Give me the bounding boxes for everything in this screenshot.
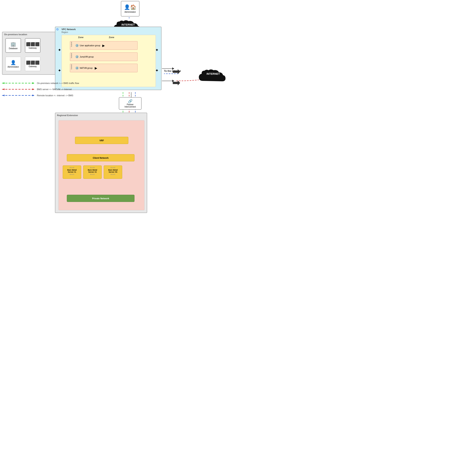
legend-item-red: BMS server <– NATVM –> Internet (2, 88, 79, 91)
administrator-top-label: Administator (125, 11, 136, 13)
svg-marker-29 (32, 89, 34, 90)
bms2-bond1: Bond1 (84, 174, 101, 175)
natvm-arrow: ▶ (95, 66, 97, 70)
bms2-bond0: Bond0 (84, 167, 101, 168)
gateway-bottom-label: Gateway (29, 65, 37, 68)
legend-line-red (2, 88, 35, 91)
jumpvm-icon: ⚙️ (75, 55, 79, 58)
gateway-bottom-node: ⬛⬛⬛ Gateway (25, 57, 40, 71)
partner-interconnect-icon: 🔗 (128, 99, 133, 103)
natvm-label: NATVM group (80, 67, 93, 69)
bms1-bond0: Bond0 (63, 167, 80, 168)
svg-marker-26 (32, 82, 34, 84)
svg-marker-32 (32, 95, 34, 96)
zone1-label: Zone (78, 36, 83, 38)
internet-right-label: INTERNET (197, 72, 230, 75)
vpc-router-left2: ✦ (58, 68, 61, 73)
vpc-router-right: ✦ (155, 47, 159, 53)
legend-text-red: BMS server <– NATVM –> Internet (37, 88, 72, 91)
regional-ext-inner: VRF Client Network Bond0 Bare Metal Serv… (58, 120, 145, 210)
legend-line-blue (2, 94, 35, 97)
bms-server-2: Bond0 Bare Metal Server #2 Bond1 (83, 166, 102, 179)
gateway-top-node: ⬛⬛⬛ Gateway (25, 38, 40, 53)
regional-ext-label: Regional Extension (57, 114, 78, 116)
arrow-to-internet-bottom: ➡ (172, 77, 180, 88)
user-app-arrow: ▶ (102, 44, 105, 47)
user-app-label: User application group (80, 45, 100, 47)
client-network-box: Client Network (67, 154, 134, 161)
svg-marker-30 (2, 89, 5, 90)
administrator-left-icon: 👤 (10, 60, 16, 65)
gateway-top-icon: ⬛⬛⬛ (26, 42, 39, 46)
subnet1-label: Subnet (70, 42, 72, 47)
svg-marker-27 (2, 82, 5, 84)
administrator-top-node: 👤🏠 Administator (121, 1, 139, 16)
legend-text-blue: Remote location <– internet –> BMS (37, 94, 73, 97)
legend-line-green (2, 82, 35, 84)
natvm-group: Subnet ⚙️ NATVM group ▶ (70, 64, 138, 72)
vpc-network-label: VPC Network (62, 28, 76, 30)
legend-item-blue: Remote location <– internet –> BMS (2, 94, 79, 97)
bmsn-bond0: Bond0 (105, 167, 121, 168)
jumpvm-label: JumpVM group (80, 56, 94, 58)
google-logo: G (56, 28, 59, 31)
subnet3-label: Subnet (70, 64, 72, 69)
user-app-icon: ⚙️ (75, 44, 79, 47)
bms2-label: Bare Metal Server #2 (84, 169, 101, 173)
region-box: Zone Zone Subnet ⚙️ User application gro… (62, 35, 156, 87)
internet-right-cloud: INTERNET (197, 68, 230, 85)
on-premises-label: On-premises location (4, 33, 27, 36)
jumpvm-group: Subnet ⚙️ JumpVM group (70, 53, 138, 61)
internet-top-label: INTERNET (112, 23, 145, 26)
partner-interconnect-node: 🔗 Partner Interconnect (119, 97, 141, 110)
bmsn-bond1: Bond1 (105, 174, 121, 175)
database-icon: 🏢 (10, 42, 16, 47)
legend: On-premises network <–> BMS traffic flow… (2, 82, 79, 100)
bmsn-label: Bare Metal Server #N (105, 169, 121, 173)
client-network-label: Client Network (93, 157, 109, 159)
legend-item-green: On-premises network <–> BMS traffic flow (2, 82, 79, 84)
private-network-box: Private Network (67, 195, 134, 202)
user-app-group: Subnet ⚙️ User application group ▶ (70, 41, 138, 50)
gateway-bottom-icon: ⬛⬛⬛ (26, 61, 39, 65)
svg-marker-33 (2, 95, 5, 96)
vpc-router-left: ✦ (58, 47, 61, 53)
private-network-label: Private Network (92, 197, 109, 200)
administrator-left-label: Administator (8, 66, 19, 68)
partner-interconnect-label: Partner Interconnect (125, 103, 136, 108)
vpc-router-right2: ✦ (155, 68, 159, 73)
bms-server-1: Bond0 Bare Metal Server #1 Bond1 (63, 166, 81, 179)
regional-ext-box: Regional Extension ◆ VRF Client Network … (55, 113, 147, 213)
database-label: Database (9, 47, 18, 50)
zone2-label: Zone (109, 36, 114, 38)
database-node: 🏢 Database (6, 38, 21, 53)
vpc-network-box: G VPC Network Region Zone Zone Subnet ⚙️… (55, 27, 162, 90)
region-label: Region (62, 31, 68, 33)
bms1-bond1: Bond1 (63, 174, 80, 175)
vrf-box: VRF (75, 137, 128, 144)
bms1-label: Bare Metal Server #1 (63, 169, 80, 173)
arrow-to-internet-top: ➡ (172, 66, 180, 77)
subnet2-label: Subnet (70, 53, 72, 58)
administrator-top-icon: 👤🏠 (124, 4, 136, 10)
diagram-container: 👤🏠 Administator INTERNET On-premises loc… (0, 0, 238, 227)
internet-right-cloud-svg (197, 68, 230, 85)
vrf-label: VRF (99, 139, 104, 142)
legend-text-green: On-premises network <–> BMS traffic flow (37, 82, 79, 84)
bms-server-n: Bond0 Bare Metal Server #N Bond1 (104, 166, 122, 179)
gateway-top-label: Gateway (29, 47, 37, 49)
on-premises-box: On-premises location 🏢 Database ⬛⬛⬛ Gate… (2, 32, 62, 75)
natvm-icon: ⚙️ (75, 66, 79, 70)
administrator-left-node: 👤 Administator (6, 57, 21, 71)
